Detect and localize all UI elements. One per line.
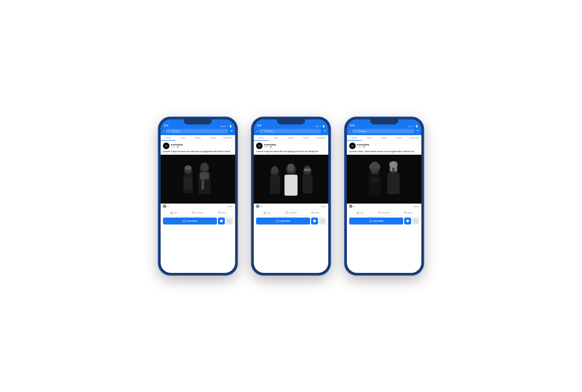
phone-1-time: 9:41 [164,124,169,127]
phone-1-nav-home[interactable]: Home [161,135,176,140]
phone-3-comment-button[interactable]: Comment [372,210,396,215]
phone-1-nav-videos[interactable]: Videos [190,135,205,140]
phone-2-nav-home[interactable]: Home [254,135,269,140]
phone-1-nav-posts[interactable]: Posts [176,135,190,140]
phone-1-more-button[interactable]: ··· [230,144,233,148]
phone-3-more-button[interactable]: ··· [416,144,419,148]
svg-rect-5 [184,178,192,190]
svg-rect-48 [395,164,397,172]
phone-2-nav-posts[interactable]: Posts [269,135,284,140]
svg-point-53 [405,213,406,214]
phone-2-nav: Home Posts Videos Photos Community [254,135,328,141]
svg-line-34 [312,212,312,212]
phone-3-account-name: Komen3Day [357,144,415,146]
phone-3-like-button[interactable]: Like [348,210,372,215]
phone-3-back-button[interactable]: ‹ [349,129,350,133]
svg-point-13 [219,213,220,214]
phone-2: 9:41 ▲▲ ∿ ▐▌ ‹ 🔍 The3Day Home [251,117,331,275]
phone-2-action-buttons: Like Comment Share [254,210,328,216]
phone-1-share-count: 1 Share [226,206,233,208]
phone-3-like-emoji: 👍 [349,205,352,208]
phone-1-screen: 9:41 ▲▲▲ ∿ ▐▌ ‹ 🔍 The3Day [161,119,235,273]
phone-2-more-button[interactable]: ··· [323,144,326,148]
phone-3-nav-photos[interactable]: Photos [392,135,406,140]
phone-1-nav-photos[interactable]: Photos [205,135,220,140]
phone-1-post-time: 2 hrs · 🌐 [171,146,229,148]
phone-3-nav-videos[interactable]: Videos [377,135,392,140]
phone-3-learn-more-button[interactable]: i Learn More [349,218,403,224]
phone-1-share-button[interactable] [230,129,233,133]
svg-rect-44 [387,173,399,194]
phone-2-messenger-button[interactable] [311,218,318,224]
svg-rect-24 [290,164,291,171]
svg-rect-27 [303,175,312,193]
svg-point-51 [405,212,406,212]
svg-point-19 [271,166,278,174]
phone-2-comment-button[interactable]: Comment [279,210,303,215]
svg-point-4 [185,166,192,170]
phone-1-nav: Home Posts Videos Photos Community [161,135,235,141]
signal-icon: ▲▲▲ [220,125,226,127]
svg-point-8 [201,162,208,171]
phone-3-messenger-button[interactable] [404,218,411,224]
phone-2-post-text: Commit 3 days for those who are fighting… [254,150,328,155]
phone-1-fb-searchbar: ‹ 🔍 The3Day [161,128,235,135]
phone-2-back-button[interactable]: ‹ [256,129,257,133]
svg-point-52 [404,212,405,213]
phone-3-more-cta-button[interactable]: ··· [412,218,419,224]
phone-2-nav-photos[interactable]: Photos [298,135,313,140]
phone-1-more-cta-button[interactable]: ··· [226,218,233,224]
phone-3-reactions-bar: 👍 12 1 Share [347,204,421,210]
phone-2-notch [277,119,305,124]
phone-1-learn-more-button[interactable]: i Learn More [163,218,217,224]
phone-1-messenger-button[interactable] [218,218,225,224]
phone-1-action-buttons: Like Comment Share [161,210,235,216]
phone-3-action-buttons: Like Comment Share [347,210,421,216]
svg-point-30 [312,212,313,212]
phone-1-cta-bar: i Learn More ··· [161,216,235,226]
phone-2-time: 9:41 [257,124,262,127]
phone-3-nav-home[interactable]: Home [347,135,362,140]
phone-2-reaction-count: 👍 12 [256,205,262,208]
phone-1-like-button[interactable]: Like [162,210,186,215]
phone-1-comment-button[interactable]: Comment [186,210,210,215]
phone-2-like-button[interactable]: Like [255,210,279,215]
phone-3-search-text: The3Day [358,130,366,132]
phone-1-share-action-button[interactable]: Share [210,210,234,215]
svg-point-11 [219,212,220,212]
phone-2-like-emoji: 👍 [256,205,259,208]
svg-point-41 [377,164,380,170]
svg-rect-0 [161,155,235,204]
phone-3-post-header: 3D Komen3Day 2 hrs · 🌐 ··· [347,141,421,150]
phone-3-nav-posts[interactable]: Posts [362,135,377,140]
phone-2-share-button[interactable] [323,129,326,133]
svg-rect-47 [390,164,392,172]
phone-3-reaction-count: 👍 12 [349,205,355,208]
phone-2-cta-bar: i Learn More ··· [254,216,328,226]
phone-3-search-input[interactable]: 🔍 The3Day [352,129,414,133]
phone-2-nav-community[interactable]: Community [313,135,328,140]
phone-3-cta-bar: i Learn More ··· [347,216,421,226]
phone-1-search-icon: 🔍 [168,130,170,132]
phone-3-share-action-button[interactable]: Share [396,210,420,215]
phone-2-more-cta-button[interactable]: ··· [319,218,326,224]
phone-2-nav-videos[interactable]: Videos [284,135,298,140]
wifi-icon: ∿ [320,125,321,127]
phone-3-fb-searchbar: ‹ 🔍 The3Day [347,128,421,135]
battery-icon: ▐▌ [415,125,418,127]
scene: 9:41 ▲▲▲ ∿ ▐▌ ‹ 🔍 The3Day [0,0,582,392]
svg-rect-25 [292,164,293,171]
phone-3-share-button[interactable] [416,129,419,133]
phone-1-post: 3D Komen3Day 2 hrs · 🌐 ··· Commit 3 days… [161,141,235,226]
phone-2-search-input[interactable]: 🔍 The3Day [259,129,321,133]
phone-1-nav-community[interactable]: Community [220,135,235,140]
phone-1-back-button[interactable]: ‹ [163,129,164,133]
phone-2-post-meta: Komen3Day 2 hrs · 🌐 [264,144,322,148]
svg-point-12 [218,212,219,213]
phone-1-search-input[interactable]: 🔍 The3Day [166,129,228,133]
phone-2-share-action-button[interactable]: Share [303,210,327,215]
svg-line-54 [405,213,405,213]
phone-3-nav-community[interactable]: Community [406,135,421,140]
phone-3-avatar-logo: 3D [352,145,353,146]
phone-2-learn-more-button[interactable]: i Learn More [256,218,310,224]
